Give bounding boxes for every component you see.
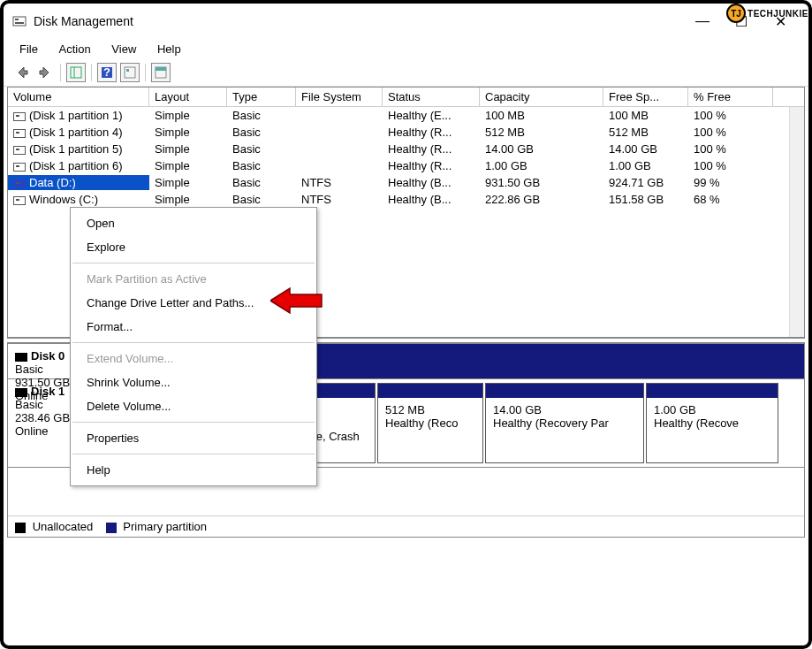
- toolbar-button[interactable]: [151, 63, 171, 82]
- drive-icon: [13, 129, 26, 138]
- ctx-sep: [72, 454, 315, 454]
- vol-capacity: 100 MB: [480, 108, 603, 123]
- volume-row[interactable]: Data (D:)SimpleBasicNTFSHealthy (B...931…: [8, 174, 804, 191]
- toolbar-sep: [91, 64, 92, 81]
- vol-layout: Simple: [149, 125, 227, 140]
- col-freespace[interactable]: Free Sp...: [603, 88, 688, 106]
- col-capacity[interactable]: Capacity: [480, 88, 603, 106]
- ctx-sep: [72, 422, 315, 423]
- vol-status: Healthy (R...: [383, 125, 480, 140]
- vol-type: Basic: [227, 141, 296, 157]
- ctx-delete-volume[interactable]: Delete Volume...: [71, 394, 316, 418]
- vol-status: Healthy (B...: [383, 192, 480, 207]
- vol-free: 1.00 GB: [603, 158, 688, 173]
- vol-status: Healthy (R...: [383, 158, 480, 173]
- svg-rect-8: [126, 69, 129, 72]
- minimize-button[interactable]: ―: [683, 9, 722, 34]
- partition-pane[interactable]: 512 MBHealthy (Reco: [377, 383, 483, 463]
- col-status[interactable]: Status: [383, 88, 480, 106]
- vol-pct: 100 %: [688, 125, 773, 140]
- col-volume[interactable]: Volume: [8, 88, 149, 106]
- menu-action[interactable]: Action: [50, 41, 100, 57]
- svg-rect-0: [13, 17, 26, 26]
- drive-icon: [13, 146, 26, 155]
- volume-row[interactable]: (Disk 1 partition 5)SimpleBasicHealthy (…: [8, 141, 804, 157]
- vol-layout: Simple: [149, 108, 227, 123]
- vol-fs: [296, 158, 383, 173]
- partition-pane[interactable]: 1.00 GBHealthy (Recove: [646, 383, 778, 463]
- col-pctfree[interactable]: % Free: [688, 88, 773, 106]
- menu-file[interactable]: File: [11, 41, 47, 57]
- watermark: TJ TECHJUNKIE: [726, 4, 808, 23]
- svg-rect-7: [125, 67, 135, 78]
- ctx-sep: [72, 263, 315, 263]
- menu-view[interactable]: View: [102, 41, 145, 57]
- vol-fs: [296, 108, 383, 123]
- ctx-sep: [72, 342, 315, 343]
- vol-name: Windows (C:): [29, 193, 98, 206]
- menu-help[interactable]: Help: [148, 41, 190, 57]
- disk-icon: [15, 388, 27, 397]
- drive-icon: [13, 179, 26, 188]
- vol-capacity: 931.50 GB: [480, 175, 603, 190]
- vol-status: Healthy (R...: [383, 141, 480, 157]
- vertical-scrollbar[interactable]: [789, 107, 804, 337]
- disk-0-label: Disk 0: [31, 349, 65, 363]
- toolbar-button[interactable]: [120, 63, 140, 82]
- vol-name: (Disk 1 partition 4): [29, 126, 122, 139]
- vol-capacity: 222.86 GB: [480, 192, 603, 207]
- nav-forward-button[interactable]: [35, 63, 55, 82]
- vol-fs: [296, 125, 383, 140]
- volume-row[interactable]: (Disk 1 partition 4)SimpleBasicHealthy (…: [8, 124, 804, 141]
- vol-layout: Simple: [149, 192, 227, 207]
- drive-icon: [13, 163, 26, 172]
- vol-fs: [296, 141, 383, 157]
- ctx-shrink-volume[interactable]: Shrink Volume...: [71, 370, 316, 394]
- pane-status: Healthy (Recovery Par: [493, 416, 636, 430]
- vol-fs: NTFS: [296, 192, 383, 207]
- vol-type: Basic: [227, 108, 296, 123]
- nav-back-button[interactable]: [12, 63, 32, 82]
- volume-row[interactable]: (Disk 1 partition 1)SimpleBasicHealthy (…: [8, 107, 804, 124]
- pane-bar: [647, 384, 778, 398]
- vol-type: Basic: [227, 125, 296, 140]
- volume-row[interactable]: (Disk 1 partition 6)SimpleBasicHealthy (…: [8, 157, 804, 174]
- legend-unalloc-swatch: [15, 523, 26, 533]
- ctx-properties[interactable]: Properties: [71, 426, 316, 450]
- pane-size: 512 MB: [385, 403, 475, 416]
- vol-name: (Disk 1 partition 5): [29, 142, 122, 156]
- vol-free: 100 MB: [603, 108, 688, 123]
- callout-arrow-icon: [270, 286, 323, 317]
- vol-type: Basic: [227, 158, 296, 173]
- vol-free: 151.58 GB: [603, 192, 688, 207]
- drive-icon: [13, 196, 26, 205]
- vol-capacity: 14.00 GB: [480, 141, 603, 157]
- toolbar-sep: [145, 64, 146, 81]
- col-filesystem[interactable]: File System: [296, 88, 383, 106]
- vol-capacity: 512 MB: [480, 125, 603, 140]
- vol-pct: 100 %: [688, 141, 773, 157]
- vol-status: Healthy (E...: [383, 108, 480, 123]
- ctx-format[interactable]: Format...: [71, 315, 316, 339]
- col-type[interactable]: Type: [227, 88, 296, 106]
- show-hide-tree-button[interactable]: [66, 63, 86, 82]
- svg-text:?: ?: [103, 65, 110, 79]
- toolbar-sep: [60, 64, 61, 81]
- vol-free: 924.71 GB: [603, 175, 688, 190]
- col-layout[interactable]: Layout: [149, 88, 227, 106]
- ctx-help[interactable]: Help: [71, 458, 316, 482]
- partition-pane[interactable]: 14.00 GBHealthy (Recovery Par: [485, 383, 644, 463]
- watermark-icon: TJ: [726, 4, 746, 23]
- context-menu: Open Explore Mark Partition as Active Ch…: [70, 207, 317, 486]
- vol-status: Healthy (B...: [383, 175, 480, 190]
- svg-rect-2: [15, 22, 24, 24]
- legend: Unallocated Primary partition: [8, 515, 804, 537]
- pane-status: Healthy (Recove: [654, 416, 770, 430]
- ctx-explore[interactable]: Explore: [71, 235, 316, 259]
- ctx-open[interactable]: Open: [71, 211, 316, 235]
- legend-primary-label: Primary partition: [123, 520, 207, 533]
- volume-row[interactable]: Windows (C:)SimpleBasicNTFSHealthy (B...…: [8, 191, 804, 208]
- svg-rect-10: [156, 67, 166, 71]
- disk-icon: [15, 353, 27, 362]
- help-button[interactable]: ?: [97, 63, 117, 82]
